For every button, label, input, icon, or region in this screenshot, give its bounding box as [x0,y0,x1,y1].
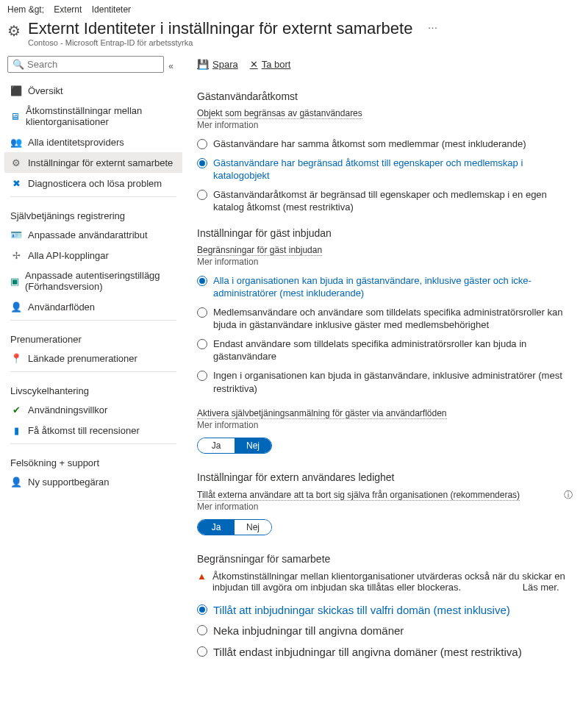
sidebar-section-label: Felsökning + support [4,447,182,471]
sidebar-item-label: Åtkomstinställningar mellan klientorgani… [26,105,176,127]
collab-warning: ▲ Åtkomstinställningar mellan klientorga… [197,571,573,593]
more-info-link[interactable]: Mer information [197,502,573,512]
sidebar-item-label: Användningsvillkor [28,404,107,415]
main-content: 💾Spara ✕Ta bort Gästanvändaråtkomst Obje… [182,53,583,677]
radio-option[interactable]: Neka inbjudningar till angivna domäner [197,621,573,641]
radio-icon [197,371,207,381]
sidebar-item-label: Anpassade användarattribut [28,229,148,240]
page-subtitle: Contoso - Microsoft Entrap-ID för arbets… [28,38,412,47]
self-service-label: Aktivera självbetjäningsanmälning för gä… [197,408,573,418]
radio-icon [197,139,207,149]
sidebar-item-label: Ny supportbegäran [28,477,110,488]
radio-option[interactable]: Alla i organisationen kan bjuda in gästa… [197,271,573,303]
sidebar-item[interactable]: ▣Anpassade autentiseringstillägg (Förhan… [4,265,182,296]
radio-label: Neka inbjudningar till angivna domäner [213,624,404,638]
radio-option[interactable]: Ingen i organisationen kan bjuda in gäst… [197,366,573,398]
sidebar-item[interactable]: 👤Ny supportbegäran [4,471,182,492]
radio-option[interactable]: Tillåt endast inbjudningar till angivna … [197,642,573,663]
search-box[interactable]: 🔍 [7,56,164,73]
delete-button[interactable]: ✕Ta bort [250,59,291,70]
toggle-no[interactable]: Nej [235,438,271,453]
leave-toggle[interactable]: Ja Nej [197,519,272,535]
radio-option[interactable]: Medlemsanvändare och användare som tilld… [197,303,573,335]
sidebar-item[interactable]: ⚙Inställningar för externt samarbete [4,152,182,173]
radio-label: Medlemsanvändare och användare som tilld… [213,306,573,332]
page-header: ⚙ Externt Identiteter i inställningar fö… [0,16,583,53]
nav-icon: ⚙ [10,157,22,168]
info-icon[interactable]: ⓘ [564,489,573,502]
radio-option[interactable]: Tillåt att inbjudningar skickas till val… [197,600,573,621]
sidebar-item[interactable]: 🖥Åtkomstinställningar mellan klientorgan… [4,101,182,132]
sidebar-item[interactable]: ✢Alla API-kopplingar [4,245,182,265]
radio-icon [197,276,207,286]
radio-icon [197,158,207,168]
section-guest-access-title: Gästanvändaråtkomst [197,90,573,102]
radio-option[interactable]: Endast användare som tilldelats specifik… [197,335,573,366]
nav-icon: 🖥 [10,110,20,122]
radio-icon [197,604,207,615]
self-service-toggle[interactable]: Ja Nej [197,438,272,454]
sidebar-item-label: Översikt [28,85,63,96]
search-icon: 🔍 [12,59,24,70]
breadcrumb-item[interactable]: Externt [54,4,82,15]
section-guest-invite-title: Inställningar för gäst inbjudan [197,227,573,239]
radio-label: Tillåt att inbjudningar skickas till val… [213,603,510,618]
page-title: Externt Identiteter i inställningar för … [28,19,412,38]
section-collab-title: Begränsningar för samarbete [197,553,573,565]
nav-icon: 🪪 [10,229,22,240]
nav-icon: ▣ [10,275,19,287]
radio-label: Endast användare som tilldelats specifik… [213,338,573,363]
radio-option[interactable]: Gästanvändaråtkomst är begränsad till eg… [197,185,573,217]
sidebar-item[interactable]: ✔Användningsvillkor [4,399,182,420]
read-more-link[interactable]: Läs mer. [523,582,559,593]
radio-label: Ingen i organisationen kan bjuda in gäst… [213,369,573,395]
sidebar-item[interactable]: 🪪Anpassade användarattribut [4,224,182,245]
save-button[interactable]: 💾Spara [197,59,238,70]
sidebar-item-label: Få åtkomst till recensioner [28,425,140,436]
toggle-yes[interactable]: Ja [198,438,235,453]
sidebar: 🔍 « ⬛Översikt🖥Åtkomstinställningar mella… [0,53,182,677]
radio-label: Gästanvändare har begränsad åtkomst till… [213,157,573,182]
radio-label: Gästanvändare har samma åtkomst som medl… [213,138,526,151]
sidebar-item-label: Länkade prenumerationer [28,353,137,364]
more-info-link[interactable]: Mer information [197,257,573,267]
radio-icon [197,339,207,349]
radio-label: Alla i organisationen kan bjuda in gästa… [213,274,573,300]
sidebar-section-label: Livscykelhantering [4,375,182,399]
more-actions-icon[interactable]: … [427,19,437,31]
nav-icon: ▮ [10,424,22,436]
nav-icon: ⬛ [10,85,22,96]
radio-option[interactable]: Gästanvändare har samma åtkomst som medl… [197,135,573,154]
guest-access-desc: Objekt som begränsas av gästanvändares [197,108,573,118]
toggle-yes[interactable]: Ja [198,520,235,535]
warning-icon: ▲ [197,571,207,582]
sidebar-item[interactable]: ⬛Översikt [4,80,182,101]
sidebar-item-label: Inställningar för externt samarbete [28,157,173,168]
search-input[interactable] [27,59,159,70]
sidebar-item[interactable]: 👤Användarflöden [4,296,182,317]
sidebar-item[interactable]: ▮Få åtkomst till recensioner [4,420,182,440]
more-info-link[interactable]: Mer information [197,420,573,430]
radio-option[interactable]: Gästanvändare har begränsad åtkomst till… [197,154,573,185]
sidebar-item-label: Diagnosticera och lösa problem [28,178,162,189]
section-leave-title: Inställningar för extern användares ledi… [197,471,573,483]
breadcrumb-item[interactable]: Hem &gt; [7,4,44,15]
nav-icon: 👤 [10,476,22,488]
nav-icon: ✖ [10,177,22,189]
collapse-chevron-icon[interactable]: « [168,61,174,71]
nav-icon: ✢ [10,249,22,261]
nav-icon: ✔ [10,404,22,415]
sidebar-item-label: Användarflöden [28,301,95,313]
breadcrumb-item[interactable]: Identiteter [92,4,131,15]
radio-icon [197,625,207,635]
nav-icon: 👤 [10,301,22,313]
nav-icon: 👥 [10,136,22,148]
sidebar-item[interactable]: 📍Länkade prenumerationer [4,348,182,368]
sidebar-section-label: Prenumerationer [4,324,182,348]
sidebar-item[interactable]: 👥Alla identitetsproviders [4,132,182,152]
sidebar-item-label: Alla identitetsproviders [28,137,124,148]
sidebar-item-label: Anpassade autentiseringstillägg (Förhand… [25,270,176,292]
sidebar-item[interactable]: ✖Diagnosticera och lösa problem [4,173,182,193]
more-info-link[interactable]: Mer information [197,120,573,130]
toggle-no[interactable]: Nej [235,520,271,535]
